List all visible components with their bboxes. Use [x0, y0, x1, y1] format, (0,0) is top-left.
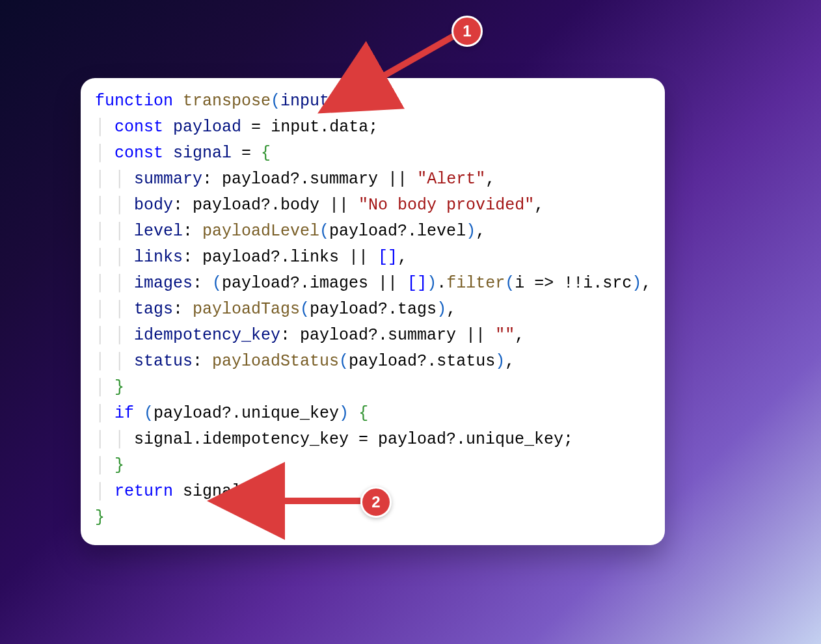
annotation-badge-2: 2 [360, 487, 392, 518]
annotation-arrow-2-icon [0, 0, 821, 644]
badge-number: 2 [371, 493, 380, 511]
